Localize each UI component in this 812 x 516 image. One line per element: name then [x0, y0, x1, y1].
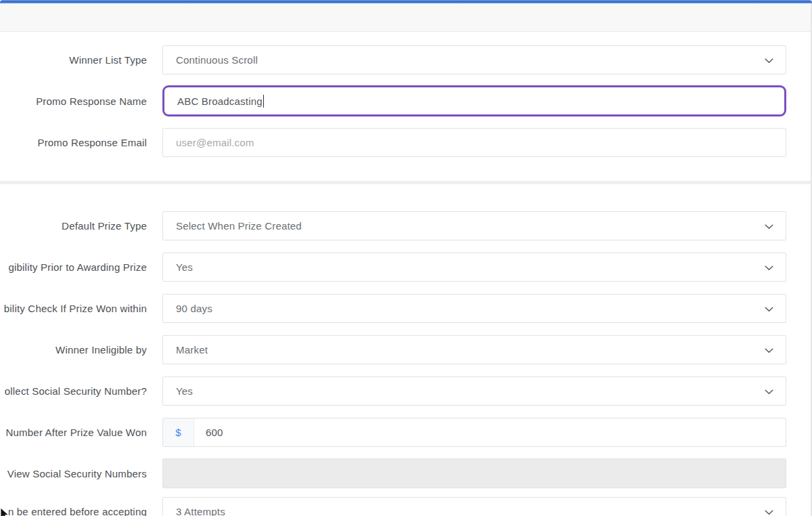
- number-after-prize-value-won-input-group[interactable]: $600: [162, 418, 786, 447]
- promo-response-email-input[interactable]: user@email.com: [162, 128, 786, 157]
- winner-list-type-label: Winner List Type: [0, 54, 147, 66]
- field-label-text: Winner List Type: [69, 54, 147, 66]
- field-label-text: n be entered before accepting: [8, 506, 147, 516]
- field-label-text: Default Prize Type: [62, 220, 147, 232]
- default-prize-type-select[interactable]: Select When Prize Created: [162, 211, 786, 240]
- winner-list-type-control: Continuous Scroll: [162, 45, 786, 74]
- field-label-text: bility Check If Prize Won within: [4, 303, 147, 314]
- field-label-text: Number After Prize Value Won: [6, 427, 147, 438]
- field-label-text: ollect Social Security Number?: [5, 385, 147, 397]
- field-label-text: Winner Ineligible by: [55, 344, 147, 356]
- form-row-winner-list-type: Winner List TypeContinuous Scroll: [0, 45, 812, 74]
- view-social-security-numbers-label: View Social Security Numbers: [0, 468, 147, 479]
- field-label-text: Promo Response Email: [37, 137, 147, 148]
- chevron-down-icon: [765, 348, 773, 353]
- input-placeholder-text: user@email.com: [176, 137, 254, 148]
- form-row-default-prize-type: Default Prize TypeSelect When Prize Crea…: [0, 211, 812, 240]
- input-value-text: ABC Broadcasting: [177, 95, 263, 107]
- default-prize-type-control: Select When Prize Created: [162, 211, 786, 240]
- selected-option-text: Market: [176, 344, 208, 356]
- form-row-eligibility-prior-to-awarding-prize: gibility Prior to Awarding PrizeYes: [0, 253, 812, 282]
- prize-settings-section: Default Prize TypeSelect When Prize Crea…: [0, 184, 812, 516]
- number-after-prize-value-won-label: Number After Prize Value Won: [0, 427, 147, 438]
- promo-response-name-label: Promo Response Name: [0, 95, 147, 107]
- text-caret: [263, 95, 265, 108]
- selected-option-text: 90 days: [176, 303, 212, 314]
- promo-response-section: Winner List TypeContinuous ScrollPromo R…: [0, 32, 812, 181]
- winner-ineligible-by-label: Winner Ineligible by: [0, 344, 147, 356]
- eligibility-prior-to-awarding-prize-label: gibility Prior to Awarding Prize: [0, 261, 147, 273]
- form-row-view-social-security-numbers: View Social Security Numbers: [0, 458, 812, 488]
- eligibility-check-if-prize-won-within-label: bility Check If Prize Won within: [0, 303, 147, 314]
- number-after-prize-value-won-control: $600: [162, 418, 786, 447]
- selected-option-text: Yes: [176, 261, 193, 273]
- winner-list-type-select[interactable]: Continuous Scroll: [162, 45, 786, 74]
- currency-prefix: $: [163, 418, 194, 446]
- entered-before-accepting-select[interactable]: 3 Attempts: [162, 497, 786, 516]
- chevron-down-icon: [765, 389, 773, 395]
- eligibility-check-if-prize-won-within-select[interactable]: 90 days: [162, 294, 786, 323]
- chevron-down-icon: [765, 265, 773, 271]
- selected-option-text: Select When Prize Created: [176, 220, 302, 232]
- selected-option-text: Yes: [176, 385, 193, 397]
- form-row-promo-response-email: Promo Response Emailuser@email.com: [0, 128, 812, 157]
- chevron-down-icon: [765, 58, 773, 64]
- field-label-text: gibility Prior to Awarding Prize: [8, 261, 147, 273]
- chevron-down-icon: [765, 224, 773, 230]
- chevron-down-icon: [765, 307, 773, 312]
- toolbar-strip: [0, 3, 812, 32]
- mouse-cursor-icon: [0, 507, 9, 516]
- field-label-text: View Social Security Numbers: [7, 468, 147, 479]
- default-prize-type-label: Default Prize Type: [0, 220, 147, 232]
- input-value-text: 600: [194, 418, 223, 446]
- collect-social-security-number-control: Yes: [162, 377, 786, 406]
- promo-response-name-control: ABC Broadcasting: [162, 85, 786, 116]
- field-label-text: Promo Response Name: [36, 95, 147, 107]
- collect-social-security-number-select[interactable]: Yes: [162, 377, 786, 406]
- form-row-entered-before-accepting: n be entered before accepting3 Attempts: [0, 497, 812, 516]
- collect-social-security-number-label: ollect Social Security Number?: [0, 385, 147, 397]
- promo-response-email-control: user@email.com: [162, 128, 786, 157]
- form-row-number-after-prize-value-won: Number After Prize Value Won$600: [0, 418, 812, 447]
- entered-before-accepting-control: 3 Attempts: [162, 497, 786, 516]
- promo-response-email-label: Promo Response Email: [0, 137, 147, 148]
- entered-before-accepting-label: n be entered before accepting: [0, 506, 147, 516]
- selected-option-text: 3 Attempts: [176, 506, 225, 516]
- form-row-promo-response-name: Promo Response NameABC Broadcasting: [0, 85, 812, 116]
- eligibility-prior-to-awarding-prize-control: Yes: [162, 253, 786, 282]
- promo-response-name-input[interactable]: ABC Broadcasting: [162, 85, 786, 116]
- eligibility-check-if-prize-won-within-control: 90 days: [162, 294, 786, 323]
- selected-option-text: Continuous Scroll: [176, 54, 258, 66]
- view-social-security-numbers-input: [162, 458, 786, 488]
- eligibility-prior-to-awarding-prize-select[interactable]: Yes: [162, 253, 786, 282]
- form-row-winner-ineligible-by: Winner Ineligible byMarket: [0, 335, 812, 364]
- form-row-collect-social-security-number: ollect Social Security Number?Yes: [0, 377, 812, 406]
- winner-ineligible-by-control: Market: [162, 335, 786, 364]
- winner-ineligible-by-select[interactable]: Market: [162, 335, 786, 364]
- view-social-security-numbers-control: [162, 458, 786, 488]
- chevron-down-icon: [765, 510, 773, 515]
- form-row-eligibility-check-if-prize-won-within: bility Check If Prize Won within90 days: [0, 294, 812, 323]
